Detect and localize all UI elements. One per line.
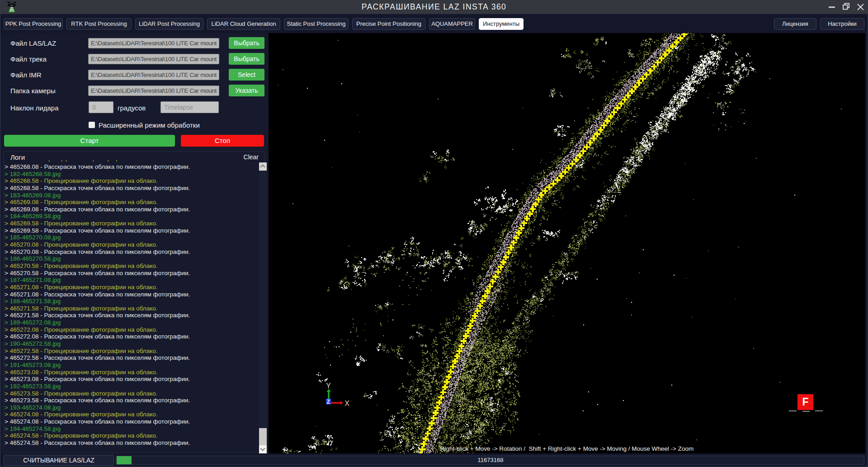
svg-text:Z: Z xyxy=(327,399,330,405)
svg-text:Y: Y xyxy=(326,382,331,390)
svg-text:X: X xyxy=(344,400,349,407)
